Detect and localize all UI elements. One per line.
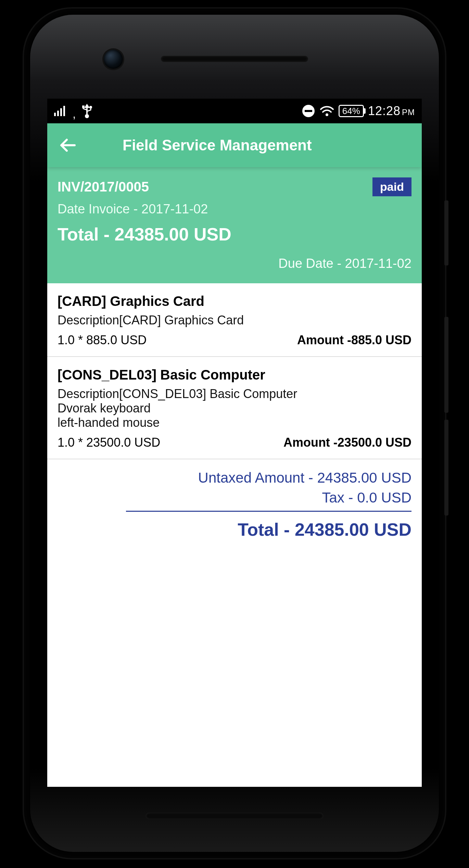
volume-down-button <box>444 420 448 516</box>
svg-point-5 <box>85 114 89 118</box>
item-name: [CARD] Graphics Card <box>58 294 411 309</box>
grand-total: Total - 24385.00 USD <box>58 519 411 540</box>
item-amount: Amount -885.0 USD <box>297 333 411 347</box>
do-not-disturb-icon <box>302 104 315 118</box>
svg-point-10 <box>326 113 328 116</box>
line-items: [CARD] Graphics Card Description[CARD] G… <box>47 283 422 459</box>
svg-rect-6 <box>82 106 85 108</box>
invoice-number: INV/2017/0005 <box>58 179 149 195</box>
untaxed-amount: Untaxed Amount - 24385.00 USD <box>58 470 411 486</box>
item-name: [CONS_DEL03] Basic Computer <box>58 367 411 383</box>
earpiece-speaker <box>161 56 308 62</box>
line-item: [CONS_DEL03] Basic Computer Description[… <box>47 357 422 459</box>
line-item: [CARD] Graphics Card Description[CARD] G… <box>47 283 422 357</box>
status-bar: , 64% 12:28PM <box>47 99 422 123</box>
battery-indicator: 64% <box>339 105 364 117</box>
svg-rect-0 <box>54 113 56 116</box>
status-badge: paid <box>372 177 411 196</box>
invoice-due-date: Due Date - 2017-11-02 <box>58 256 411 271</box>
volume-up-button <box>444 317 448 413</box>
arrow-left-icon <box>59 137 76 154</box>
item-qty-price: 1.0 * 23500.0 USD <box>58 435 160 450</box>
invoice-total: Total - 24385.00 USD <box>58 224 411 245</box>
app-title: Field Service Management <box>123 137 312 154</box>
item-description: Description[CONS_DEL03] Basic Computer D… <box>58 387 411 430</box>
clock-time: 12:28 <box>368 104 401 118</box>
totals-block: Untaxed Amount - 24385.00 USD Tax - 0.0 … <box>47 459 422 550</box>
wifi-icon <box>319 105 334 117</box>
invoice-date: Date Invoice - 2017-11-02 <box>58 202 411 216</box>
svg-rect-2 <box>60 108 62 116</box>
phone-frame: , 64% 12:28PM <box>24 9 445 858</box>
invoice-summary: INV/2017/0005 paid Date Invoice - 2017-1… <box>47 167 422 283</box>
totals-divider <box>126 511 411 512</box>
back-button[interactable] <box>58 135 78 156</box>
item-amount: Amount -23500.0 USD <box>283 435 411 450</box>
svg-point-7 <box>89 106 92 109</box>
clock: 12:28PM <box>368 104 415 118</box>
clock-ampm: PM <box>402 108 415 117</box>
tax-amount: Tax - 0.0 USD <box>58 489 411 506</box>
svg-rect-3 <box>63 106 65 116</box>
item-qty-price: 1.0 * 885.0 USD <box>58 333 147 347</box>
screen: , 64% 12:28PM <box>47 99 422 787</box>
front-camera <box>104 50 123 69</box>
battery-percent: 64% <box>342 107 360 115</box>
power-button <box>444 200 448 265</box>
svg-rect-1 <box>57 111 59 116</box>
phone-bezel: , 64% 12:28PM <box>30 15 439 852</box>
usb-icon <box>82 104 92 118</box>
signal-icon <box>54 106 66 116</box>
svg-rect-9 <box>305 110 312 112</box>
app-bar: Field Service Management <box>47 123 422 167</box>
item-description: Description[CARD] Graphics Card <box>58 313 411 327</box>
bottom-speaker <box>145 813 324 819</box>
